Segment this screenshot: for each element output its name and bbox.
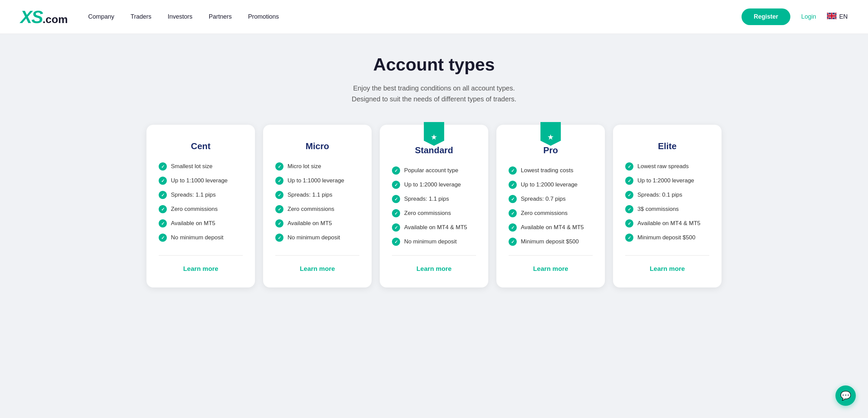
list-item: Spreads: 1.1 pips	[392, 195, 476, 203]
feature-text: No minimum deposit	[171, 234, 223, 241]
check-icon	[159, 191, 167, 199]
check-icon	[392, 223, 400, 232]
star-badge-pro: ★	[540, 122, 561, 146]
list-item: Available on MT4 & MT5	[625, 219, 709, 227]
star-icon: ★	[547, 133, 554, 142]
chat-bubble[interactable]: 💬	[835, 385, 856, 406]
learn-more-cent-button[interactable]: Learn more	[159, 262, 243, 275]
flag-icon	[827, 13, 836, 21]
card-standard-features: Popular account type Up to 1:2000 levera…	[392, 166, 476, 246]
list-item: Spreads: 1.1 pips	[159, 191, 243, 199]
list-item: Zero commissions	[509, 209, 593, 217]
list-item: Up to 1:2000 leverage	[509, 181, 593, 189]
check-icon	[275, 177, 283, 185]
feature-text: Up to 1:2000 leverage	[637, 177, 694, 184]
list-item: Available on MT4 & MT5	[509, 223, 593, 232]
check-icon	[159, 234, 167, 242]
feature-text: Minimum deposit $500	[521, 238, 579, 245]
learn-more-micro-button[interactable]: Learn more	[275, 262, 359, 275]
learn-more-pro-button[interactable]: Learn more	[509, 262, 593, 275]
check-icon	[159, 162, 167, 171]
logo-suffix: .com	[42, 13, 68, 26]
card-pro: ★ Pro Lowest trading costs Up to 1:2000 …	[496, 125, 605, 287]
check-icon	[625, 219, 633, 227]
check-icon	[509, 209, 517, 217]
card-pro-title: Pro	[509, 145, 593, 156]
card-divider	[275, 255, 359, 256]
feature-text: Spreads: 1.1 pips	[404, 196, 449, 202]
header-right: Register Login EN	[742, 8, 848, 25]
card-standard-title: Standard	[392, 145, 476, 156]
check-icon	[625, 191, 633, 199]
card-elite: Elite Lowest raw spreads Up to 1:2000 le…	[613, 125, 722, 287]
learn-more-elite-button[interactable]: Learn more	[625, 262, 709, 275]
register-button[interactable]: Register	[742, 8, 790, 25]
card-divider	[392, 255, 476, 256]
main-nav: Company Traders Investors Partners Promo…	[88, 13, 742, 20]
main-content: Account types Enjoy the best trading con…	[0, 34, 868, 418]
header: XS .com Company Traders Investors Partne…	[0, 0, 868, 34]
logo[interactable]: XS .com	[20, 7, 68, 27]
feature-text: No minimum deposit	[404, 238, 457, 245]
list-item: Zero commissions	[392, 209, 476, 217]
chat-icon: 💬	[840, 391, 851, 401]
check-icon	[275, 219, 283, 227]
check-icon	[509, 181, 517, 189]
list-item: Popular account type	[392, 166, 476, 175]
nav-traders[interactable]: Traders	[131, 13, 151, 20]
card-elite-features: Lowest raw spreads Up to 1:2000 leverage…	[625, 162, 709, 246]
check-icon	[625, 162, 633, 171]
check-icon	[275, 162, 283, 171]
learn-more-standard-button[interactable]: Learn more	[392, 262, 476, 275]
check-icon	[392, 166, 400, 175]
star-badge-standard: ★	[424, 122, 444, 146]
feature-text: Spreads: 0.7 pips	[521, 196, 566, 202]
nav-partners[interactable]: Partners	[209, 13, 232, 20]
list-item: Zero commissions	[159, 205, 243, 213]
feature-text: Up to 1:1000 leverage	[171, 177, 228, 184]
check-icon	[275, 191, 283, 199]
feature-text: Available on MT5	[288, 220, 332, 227]
list-item: Minimum deposit $500	[509, 238, 593, 246]
list-item: No minimum deposit	[159, 234, 243, 242]
login-button[interactable]: Login	[801, 13, 816, 20]
feature-text: Zero commissions	[288, 206, 334, 213]
check-icon	[159, 219, 167, 227]
check-icon	[509, 195, 517, 203]
list-item: Lowest trading costs	[509, 166, 593, 175]
feature-text: Available on MT5	[171, 220, 215, 227]
feature-text: Up to 1:2000 leverage	[404, 181, 461, 188]
list-item: Micro lot size	[275, 162, 359, 171]
nav-promotions[interactable]: Promotions	[248, 13, 279, 20]
feature-text: 3$ commissions	[637, 206, 679, 213]
check-icon	[392, 209, 400, 217]
feature-text: Spreads: 1.1 pips	[288, 192, 332, 198]
feature-text: Available on MT4 & MT5	[521, 224, 584, 231]
card-divider	[625, 255, 709, 256]
logo-xs: XS	[20, 7, 42, 27]
feature-text: Zero commissions	[404, 210, 451, 217]
check-icon	[625, 177, 633, 185]
list-item: 3$ commissions	[625, 205, 709, 213]
lang-label: EN	[839, 13, 848, 20]
feature-text: Lowest trading costs	[521, 167, 573, 174]
star-icon: ★	[431, 133, 437, 142]
list-item: Spreads: 1.1 pips	[275, 191, 359, 199]
feature-text: Minimum deposit $500	[637, 234, 695, 241]
list-item: No minimum deposit	[275, 234, 359, 242]
list-item: Zero commissions	[275, 205, 359, 213]
check-icon	[509, 223, 517, 232]
list-item: Up to 1:1000 leverage	[159, 177, 243, 185]
nav-investors[interactable]: Investors	[167, 13, 192, 20]
card-micro: Micro Micro lot size Up to 1:1000 levera…	[263, 125, 372, 287]
check-icon	[625, 205, 633, 213]
card-pro-features: Lowest trading costs Up to 1:2000 levera…	[509, 166, 593, 246]
language-selector[interactable]: EN	[827, 13, 848, 21]
check-icon	[392, 238, 400, 246]
card-micro-title: Micro	[275, 141, 359, 152]
list-item: Up to 1:1000 leverage	[275, 177, 359, 185]
check-icon	[509, 166, 517, 175]
feature-text: Smallest lot size	[171, 163, 213, 170]
nav-company[interactable]: Company	[88, 13, 114, 20]
feature-text: Up to 1:1000 leverage	[288, 177, 344, 184]
